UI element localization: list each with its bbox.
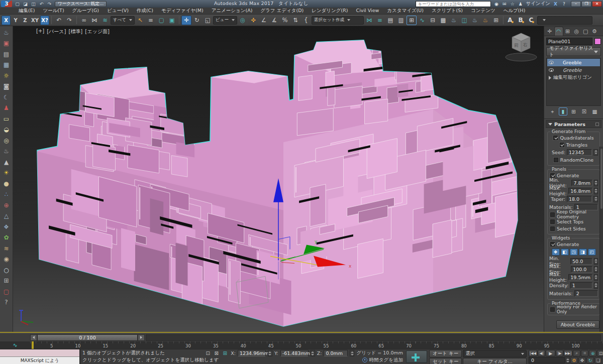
menu-item[interactable]: グラフ エディタ(D) — [257, 8, 307, 14]
wire-teapot-icon[interactable]: ♨ — [1, 146, 12, 157]
menu-item[interactable]: レンダリング(R) — [308, 8, 351, 14]
checkbox-icon[interactable] — [550, 242, 555, 247]
auto-key-button[interactable]: オート キー — [429, 350, 462, 357]
render-iterative-icon[interactable]: ♨ — [480, 16, 490, 25]
camera-icon[interactable]: ◙ — [1, 81, 12, 92]
axis-z-button[interactable]: Z — [21, 16, 30, 25]
widgets-materials-field[interactable]: 2 — [574, 290, 598, 297]
min-size-field[interactable]: 50.0 — [570, 258, 592, 265]
visibility-eye-icon[interactable] — [549, 68, 554, 72]
unlink-selection-icon[interactable]: ⋈ — [89, 16, 99, 25]
render-setup-icon[interactable]: ♨ — [449, 16, 459, 25]
sphere-tan-icon[interactable]: ● — [1, 178, 12, 189]
dope-sheet-icon[interactable]: ⊟ — [428, 16, 438, 25]
axis-xy-button[interactable]: XY — [30, 16, 40, 25]
snaps-toggle-icon[interactable]: ∠ — [259, 16, 269, 25]
spinner-arrows[interactable] — [594, 180, 598, 186]
listener-input[interactable]: MAXScript によう — [0, 357, 79, 364]
close-button[interactable]: ✕ — [592, 1, 602, 7]
search-input[interactable] — [418, 2, 489, 7]
density-field[interactable]: 1 — [570, 282, 592, 289]
rock-icon[interactable]: ❖ — [1, 221, 12, 232]
spinner-arrows[interactable] — [311, 350, 315, 356]
widget-type-4-icon[interactable]: ◨ — [579, 249, 587, 256]
about-greeble-button[interactable]: About Greeble — [556, 320, 599, 329]
tab-utilities[interactable]: ⚙ — [590, 27, 599, 36]
stack-item-editable-poly[interactable]: 編集可能ポリゴン — [547, 74, 600, 81]
spinner-snap-icon[interactable]: ⇅ — [290, 16, 300, 25]
dome-icon[interactable]: ◒ — [1, 125, 12, 136]
remove-modifier-icon[interactable]: ☒ — [580, 107, 588, 115]
tab-modify[interactable]: ◠ — [554, 27, 563, 36]
render-only-checkbox[interactable]: Modify For Render Only — [549, 306, 598, 313]
bind-to-space-warp-icon[interactable]: ≋ — [100, 16, 110, 25]
checkbox-icon[interactable] — [550, 307, 555, 312]
help-search-box[interactable] — [416, 1, 491, 7]
named-selection-sets-dropdown[interactable]: 選択セット作成 — [312, 16, 364, 25]
time-marker[interactable] — [32, 341, 34, 349]
checkbox-icon[interactable] — [550, 212, 555, 217]
tab-display[interactable]: ▢ — [581, 27, 590, 36]
expand-arrow-icon[interactable] — [549, 76, 551, 80]
orbit-icon[interactable]: ↻ — [586, 357, 594, 363]
selection-filter-dropdown[interactable]: すべて — [111, 16, 135, 25]
zoom-icon[interactable]: ⌕ — [573, 350, 580, 356]
spinner-arrows[interactable] — [593, 149, 598, 156]
key-mode-icon[interactable]: ⚙ — [570, 357, 578, 363]
undo-icon[interactable]: ↶ — [38, 2, 45, 7]
make-unique-icon[interactable]: ⊞ — [569, 107, 578, 115]
show-end-result-icon[interactable]: ▮ — [559, 107, 567, 115]
grass-icon[interactable]: ✿ — [1, 232, 12, 244]
stack-item-greeble[interactable]: Greeble — [547, 59, 600, 66]
minimize-button[interactable]: – — [571, 1, 581, 7]
select-and-scale-icon[interactable]: ◱ — [203, 16, 213, 25]
select-by-name-icon[interactable]: ≡ — [146, 16, 156, 25]
help-icon[interactable]: ? — [1, 297, 12, 308]
workspace-dropdown[interactable]: ワークスペース: 既定... — [55, 1, 107, 7]
spinner-arrows[interactable] — [594, 274, 598, 281]
tab-motion[interactable]: ◎ — [572, 27, 581, 36]
tab-create[interactable]: ✛ — [545, 27, 554, 36]
shell-icon[interactable]: ◉ — [1, 254, 12, 265]
listener-output[interactable] — [0, 349, 79, 357]
checkbox-icon[interactable] — [550, 173, 555, 178]
state-sets-icon[interactable]: ⊞ — [491, 16, 501, 25]
panel-scrollbar[interactable] — [599, 147, 603, 332]
region-spheres-icon[interactable]: ▢ — [1, 286, 12, 297]
spinner-arrows[interactable] — [350, 350, 354, 356]
mini-curve-editor-icon[interactable]: ∿ — [13, 342, 17, 348]
go-to-start-icon[interactable]: |◀◀ — [529, 350, 537, 356]
lattice-icon[interactable]: △ — [1, 211, 12, 222]
schematic-view-icon[interactable]: ▩ — [438, 16, 448, 25]
spinner-arrows[interactable] — [565, 357, 570, 363]
menu-item[interactable]: モディファイヤ(M) — [158, 8, 207, 14]
menu-item[interactable]: ヘルプ(H) — [500, 8, 529, 14]
panel-light-icon[interactable]: ▭ — [1, 113, 12, 125]
zoom-extents-icon[interactable]: ⊕ — [589, 350, 596, 356]
checkbox-icon[interactable] — [560, 143, 564, 147]
widget-type-5-icon[interactable]: ◰ — [588, 249, 596, 256]
viewport-canvas[interactable]: y x 前 右 — [13, 26, 544, 332]
select-object-icon[interactable]: ↖ — [135, 16, 145, 25]
menu-item[interactable]: 編集(E) — [15, 8, 38, 14]
menu-item[interactable]: コンテンツ — [467, 8, 499, 14]
taper-field[interactable]: 18.0 — [567, 196, 592, 202]
render-image-icon[interactable]: ▣ — [1, 38, 12, 49]
modifier-list-dropdown[interactable]: モディファイヤリスト — [546, 47, 601, 56]
select-and-manipulate-icon[interactable]: ✜ — [248, 16, 258, 25]
restore-button[interactable]: ❐ — [581, 1, 591, 7]
lock-selection-icon[interactable]: ⊠ — [213, 350, 220, 356]
angle-snap-icon[interactable]: ∡ — [269, 16, 279, 25]
widget-type-1-icon[interactable]: ❖ — [552, 249, 560, 256]
menu-item[interactable]: Civil View — [353, 8, 383, 14]
mirror-icon[interactable]: ⋈ — [364, 16, 374, 25]
checkbox-icon[interactable] — [550, 226, 555, 231]
axis-x-button[interactable]: X — [2, 16, 11, 25]
time-slider-track[interactable] — [146, 334, 601, 341]
edit-named-selections-icon[interactable]: { — [301, 16, 311, 25]
max-size-field[interactable]: 100.0 — [571, 266, 592, 273]
prev-frame-icon[interactable]: ◀| — [538, 350, 545, 356]
tab-hierarchy[interactable]: ⊞ — [563, 27, 572, 36]
viewport-label-segment[interactable]: [パース] — [47, 28, 66, 35]
keep-original-checkbox[interactable]: Keep Original Geometry — [549, 211, 598, 218]
